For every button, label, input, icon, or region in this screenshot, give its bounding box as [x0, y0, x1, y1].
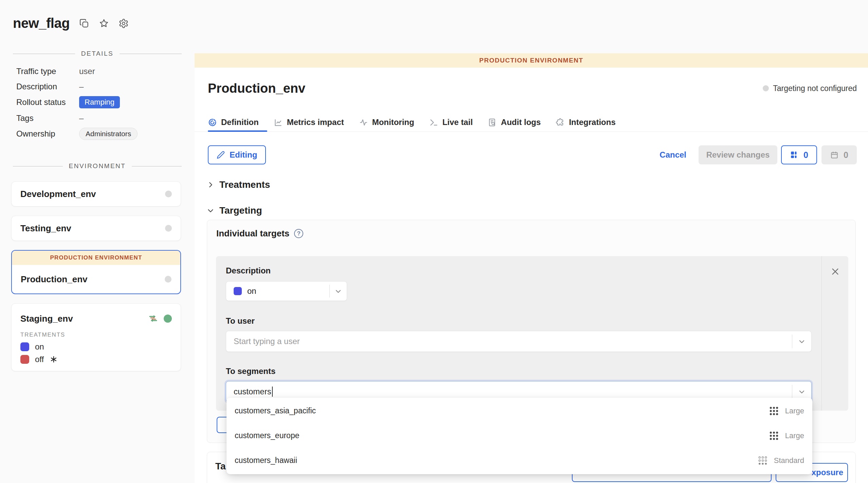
- detail-row-traffic-type: Traffic type user: [16, 64, 195, 79]
- to-user-input-box: [226, 331, 812, 352]
- production-environment-banner: PRODUCTION ENVIRONMENT: [12, 251, 180, 265]
- detail-row-description: Description –: [16, 79, 195, 94]
- segments-dropdown: customers_asia_pacific Large customers_e…: [227, 398, 812, 474]
- detail-row-ownership: Ownership Administrators: [16, 126, 195, 142]
- treatment-color-swatch: [234, 287, 242, 295]
- treatments-section-toggle[interactable]: Treatments: [207, 179, 270, 190]
- help-icon[interactable]: ?: [294, 229, 303, 238]
- chevron-down-icon: [334, 287, 342, 296]
- treatment-select[interactable]: on: [226, 281, 347, 301]
- rollout-status-badge: Ramping: [79, 96, 120, 108]
- grid-icon: [790, 150, 799, 159]
- environment-heading: ENVIRONMENT: [69, 162, 126, 170]
- flag-title: new_flag: [13, 16, 70, 31]
- status-dot: [165, 225, 172, 232]
- tabs-divider-line: [195, 131, 868, 132]
- active-tab-underline: [208, 130, 267, 132]
- to-segments-input-value[interactable]: customers: [234, 387, 271, 396]
- main-panel: PRODUCTION ENVIRONMENT Production_env Ta…: [195, 0, 868, 483]
- chevron-down-icon: [207, 207, 214, 214]
- flag-header: new_flag: [0, 0, 195, 31]
- page-title: Production_env: [208, 81, 305, 96]
- sync-arrows-icon: [148, 314, 158, 324]
- ownership-pill[interactable]: Administrators: [79, 128, 138, 140]
- segment-size-dots-icon-standard: [758, 455, 768, 466]
- detail-row-tags: Tags –: [16, 110, 195, 126]
- treatment-off-swatch: [20, 355, 29, 364]
- chevron-right-icon: [207, 181, 214, 189]
- production-environment-banner-main: PRODUCTION ENVIRONMENT: [195, 53, 868, 68]
- default-treatment-asterisk-icon: [50, 355, 58, 363]
- gear-icon[interactable]: [119, 18, 129, 29]
- changes-count-button[interactable]: 0: [781, 145, 817, 164]
- definition-target-icon: [208, 118, 217, 127]
- copy-icon[interactable]: [79, 18, 89, 29]
- pencil-icon: [217, 151, 225, 159]
- env-card-staging[interactable]: Staging_env TREATMENTS on: [11, 303, 181, 371]
- status-dot-active: [164, 315, 172, 323]
- segment-size-dots-icon-large: [769, 431, 779, 441]
- segment-option-asia-pacific[interactable]: customers_asia_pacific Large: [227, 398, 812, 423]
- environment-list: Development_env Testing_env PRODUCTION E…: [0, 170, 181, 371]
- segment-option-europe[interactable]: customers_europe Large: [227, 423, 812, 448]
- env-card-testing[interactable]: Testing_env: [11, 216, 181, 241]
- calendar-icon: [830, 150, 839, 159]
- to-user-input[interactable]: [234, 337, 770, 346]
- tab-live-tail[interactable]: Live tail: [429, 118, 473, 127]
- segment-size-dots-icon-large: [769, 406, 779, 416]
- cancel-link[interactable]: Cancel: [659, 150, 686, 160]
- details-heading: DETAILS: [81, 50, 113, 57]
- status-dot: [165, 191, 172, 197]
- text-cursor: [272, 387, 273, 397]
- segment-option-hawaii[interactable]: customers_hawaii Standard: [227, 448, 812, 473]
- treatment-off-row: off: [12, 352, 181, 364]
- treatment-on-swatch: [20, 342, 29, 351]
- status-dot: [763, 85, 769, 91]
- to-segments-label: To segments: [226, 366, 848, 376]
- audit-log-icon: [488, 118, 497, 127]
- env-card-production[interactable]: PRODUCTION ENVIRONMENT Production_env: [11, 250, 181, 294]
- puzzle-icon: [556, 118, 565, 127]
- tab-metrics-impact[interactable]: Metrics impact: [274, 118, 344, 127]
- tab-audit-logs[interactable]: Audit logs: [488, 118, 541, 127]
- sidebar: new_flag DETAILS Traffic type user Descr…: [0, 0, 195, 483]
- individual-targets-title: Individual targets: [216, 228, 289, 239]
- treatment-on-row: on: [12, 339, 181, 352]
- targeting-section-toggle[interactable]: Targeting: [207, 205, 262, 216]
- tab-bar: Definition Metrics impact Monitoring Liv…: [208, 114, 616, 130]
- chevron-down-icon[interactable]: [798, 388, 806, 396]
- review-changes-button[interactable]: Review changes: [699, 145, 777, 164]
- treatments-heading: TREATMENTS: [12, 330, 181, 339]
- metrics-chart-icon: [274, 118, 283, 127]
- tab-monitoring[interactable]: Monitoring: [359, 118, 414, 127]
- tab-definition[interactable]: Definition: [208, 118, 259, 127]
- pulse-icon: [359, 118, 368, 127]
- card-close-column: [821, 256, 848, 411]
- close-icon[interactable]: [831, 267, 840, 276]
- details-divider: DETAILS: [13, 50, 182, 57]
- scheduled-count-button[interactable]: 0: [821, 145, 857, 164]
- environment-divider: ENVIRONMENT: [13, 162, 182, 170]
- editing-button[interactable]: Editing: [208, 145, 266, 164]
- tab-integrations[interactable]: Integrations: [556, 118, 615, 127]
- bottom-panel-heading-fragment: Ta: [215, 461, 226, 472]
- targeting-status: Targeting not configured: [763, 84, 857, 93]
- individual-target-card: Description on To user To segments custo…: [216, 256, 848, 411]
- treatment-select-value: on: [247, 286, 256, 296]
- to-user-label: To user: [226, 316, 848, 326]
- description-label: Description: [226, 266, 848, 276]
- star-icon[interactable]: [99, 18, 109, 29]
- terminal-icon: [429, 118, 438, 127]
- detail-row-rollout-status: Rollout status Ramping: [16, 94, 195, 110]
- status-dot: [165, 276, 171, 283]
- chevron-down-icon[interactable]: [798, 338, 806, 346]
- details-list: Traffic type user Description – Rollout …: [0, 57, 195, 142]
- env-card-development[interactable]: Development_env: [11, 181, 181, 207]
